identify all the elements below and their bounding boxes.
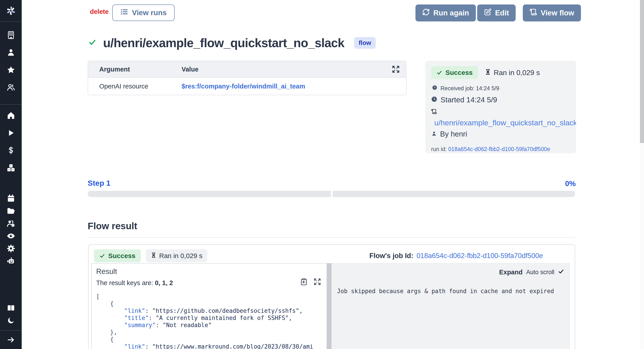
sidebar-item-dark-mode[interactable]: [0, 314, 22, 327]
duration-label: Ran in 0,029 s: [494, 69, 540, 77]
result-keys-line: The result keys are: 0, 1, 2: [96, 279, 322, 287]
duration-text: Ran in 0,029 s: [485, 69, 540, 77]
flow-job-id-link[interactable]: 018a654c-d062-fbb2-d100-59fa70df500e: [416, 252, 543, 260]
delete-button[interactable]: delete: [90, 8, 109, 15]
calendar-icon: [7, 194, 15, 203]
scrollbar-thumb[interactable]: [640, 0, 644, 143]
clock-icon: [431, 96, 438, 104]
scrollbar-track[interactable]: [640, 0, 644, 349]
star-icon: [6, 65, 16, 74]
result-keys-values: 0, 1, 2: [155, 279, 173, 287]
progress-segment-2: [333, 191, 575, 197]
created-by-line: By henri: [431, 130, 570, 138]
sidebar: [0, 0, 22, 349]
argument-column-header: Argument: [88, 66, 182, 73]
sidebar-divider: [0, 21, 22, 22]
view-flow-button[interactable]: View flow: [523, 4, 581, 21]
run-id-label: run id:: [431, 146, 448, 152]
check-icon[interactable]: [558, 268, 564, 276]
flow-result-card: Success Ran in 0,029 s Flow's job Id: 01…: [88, 244, 575, 349]
boxes-icon: [6, 163, 16, 172]
sidebar-item-ai[interactable]: [0, 255, 22, 267]
success-check-icon: [88, 38, 96, 47]
expand-icon[interactable]: [314, 278, 321, 287]
page-title: u/henri/example_flow_quickstart_no_slack: [103, 36, 344, 50]
flow-job-id-line: Flow's job Id: 018a654c-d062-fbb2-d100-5…: [370, 252, 543, 260]
sidebar-expand-button[interactable]: [0, 331, 22, 349]
run-again-label: Run again: [433, 9, 469, 17]
duration-label: Ran in 0,029 s: [159, 252, 202, 260]
duration-chip: Ran in 0,029 s: [146, 249, 207, 262]
log-text: Job skipped because args & path found in…: [337, 288, 564, 295]
sidebar-item-workers[interactable]: [0, 217, 22, 230]
status-badge: Success: [431, 66, 478, 79]
sidebar-item-workspace[interactable]: [0, 26, 22, 44]
gear-icon: [6, 244, 16, 253]
list-icon: [120, 8, 128, 18]
run-id-link[interactable]: 018a654c-d062-fbb2-d100-59fa70df500e: [448, 146, 550, 152]
run-again-button[interactable]: Run again: [416, 4, 476, 21]
auto-scroll-toggle[interactable]: Auto scroll: [526, 269, 554, 276]
step-progress-percent: 0%: [565, 179, 575, 188]
flow-result-heading: Flow result: [88, 221, 137, 232]
created-by-label: By henri: [440, 130, 467, 138]
sidebar-item-docs[interactable]: [0, 302, 22, 314]
resource-link[interactable]: $res:f/company-folder/windmill_ai_team: [182, 83, 305, 90]
view-runs-label: View runs: [132, 8, 166, 17]
result-title: Result: [96, 267, 322, 276]
panel-resize-handle[interactable]: [327, 263, 332, 349]
run-id-line: run id: 018a654c-d062-fbb2-d100-59fa70df…: [431, 146, 570, 152]
received-job-line: Received job: 14:24 5/9: [432, 85, 570, 92]
status-badge-label: Success: [108, 252, 136, 260]
sidebar-item-folders[interactable]: [0, 205, 22, 217]
started-line: Started 14:24 5/9: [431, 96, 570, 104]
sidebar-item-variables[interactable]: [0, 142, 22, 159]
status-badge: Success: [94, 249, 141, 262]
main-content: delete View runs Run again: [22, 0, 644, 349]
users-icon: [6, 83, 16, 92]
refresh-icon: [422, 8, 430, 18]
edit-pencil-icon: [484, 8, 492, 18]
view-runs-button[interactable]: View runs: [112, 4, 175, 21]
home-icon: [6, 111, 16, 120]
sidebar-item-settings[interactable]: [0, 242, 22, 255]
log-panel: Expand Auto scroll Job skipped because a…: [332, 263, 570, 349]
result-split: Result The result keys are: 0, 1, 2: [91, 263, 570, 349]
sidebar-item-resources[interactable]: [0, 159, 22, 177]
sidebar-divider: [0, 104, 22, 105]
sidebar-item-favorites[interactable]: [0, 61, 22, 79]
sidebar-item-home[interactable]: [0, 107, 22, 124]
received-job-label: Received job: 14:24 5/9: [440, 85, 499, 92]
title-row: u/henri/example_flow_quickstart_no_slack…: [88, 36, 376, 50]
sidebar-item-runs[interactable]: [0, 124, 22, 142]
sidebar-item-audit[interactable]: [0, 230, 22, 242]
copy-icon[interactable]: [300, 278, 308, 287]
users-gear-icon: [6, 219, 16, 228]
clock-icon: [432, 85, 438, 92]
log-header: Expand Auto scroll: [337, 268, 564, 276]
run-info-panel: Success Ran in 0,029 s Received j: [425, 61, 576, 153]
sidebar-item-user[interactable]: [0, 44, 22, 61]
flow-badge: flow: [354, 37, 376, 49]
step-1-link[interactable]: Step 1: [88, 179, 110, 187]
eye-icon: [6, 232, 16, 240]
result-panel: Result The result keys are: 0, 1, 2: [91, 263, 327, 349]
value-column-header: Value: [182, 66, 406, 73]
play-icon: [7, 129, 15, 137]
moon-icon: [7, 316, 15, 325]
edit-button[interactable]: Edit: [477, 4, 516, 21]
arguments-table: Argument Value OpenAI resource $res:f/co…: [88, 61, 406, 95]
windmill-logo-icon[interactable]: [0, 0, 22, 21]
flow-path-link[interactable]: u/henri/example_flow_quickstart_no_slack: [434, 118, 576, 127]
expand-icon[interactable]: [392, 65, 400, 75]
log-expand-button[interactable]: Expand: [499, 269, 522, 276]
result-json[interactable]: [ { "link": "https://github.com/deadbeef…: [96, 293, 322, 349]
sidebar-item-schedules[interactable]: [0, 192, 22, 205]
hourglass-icon: [151, 252, 156, 260]
table-row: OpenAI resource $res:f/company-folder/wi…: [88, 78, 406, 95]
building-icon: [6, 31, 16, 39]
arguments-table-header: Argument Value: [88, 61, 406, 78]
flow-scroll-icon: [530, 8, 537, 18]
sidebar-item-groups[interactable]: [0, 79, 22, 96]
robot-icon: [6, 257, 16, 266]
